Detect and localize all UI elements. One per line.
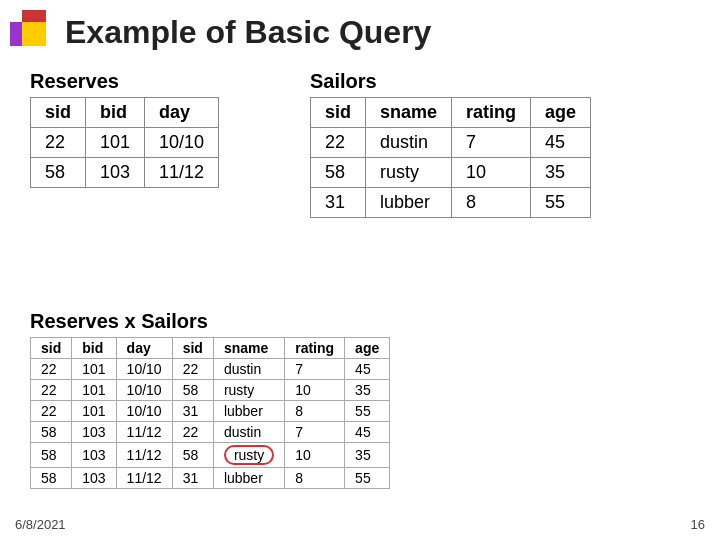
- sailors-col-sid: sid: [311, 98, 366, 128]
- reserves-col-sid: sid: [31, 98, 86, 128]
- sailors-col-sname: sname: [366, 98, 452, 128]
- footer-date: 6/8/2021: [15, 517, 66, 532]
- footer-page: 16: [691, 517, 705, 532]
- sailors-col-age: age: [531, 98, 591, 128]
- cross-label: Reserves x Sailors: [30, 310, 390, 333]
- cross-col-bid: bid: [72, 338, 116, 359]
- reserves-section: Reserves sid bid day 2210110/105810311/1…: [30, 70, 219, 188]
- reserves-col-bid: bid: [86, 98, 145, 128]
- cross-section: Reserves x Sailors sid bid day sid sname…: [30, 310, 390, 489]
- cross-col-rating: rating: [285, 338, 345, 359]
- cross-col-sid2: sid: [172, 338, 213, 359]
- reserves-header-row: sid bid day: [31, 98, 219, 128]
- cross-col-age: age: [345, 338, 390, 359]
- cross-col-day: day: [116, 338, 172, 359]
- reserves-table: sid bid day 2210110/105810311/12: [30, 97, 219, 188]
- reserves-label: Reserves: [30, 70, 219, 93]
- table-row: 2210110/1022dustin745: [31, 359, 390, 380]
- table-row: 31lubber855: [311, 188, 591, 218]
- table-row: 22dustin745: [311, 128, 591, 158]
- logo: [10, 10, 58, 58]
- table-row: 2210110/1058rusty1035: [31, 380, 390, 401]
- sailors-table: sid sname rating age 22dustin74558rusty1…: [310, 97, 591, 218]
- table-row: 5810311/1231lubber855: [31, 468, 390, 489]
- cross-table: sid bid day sid sname rating age 2210110…: [30, 337, 390, 489]
- sailors-section: Sailors sid sname rating age 22dustin745…: [310, 70, 591, 218]
- reserves-col-day: day: [145, 98, 219, 128]
- table-row: 58rusty1035: [311, 158, 591, 188]
- sailors-col-rating: rating: [452, 98, 531, 128]
- table-row: 5810311/1258rusty1035: [31, 443, 390, 468]
- cross-col-sname: sname: [213, 338, 284, 359]
- sailors-label: Sailors: [310, 70, 591, 93]
- cross-col-sid1: sid: [31, 338, 72, 359]
- page-title: Example of Basic Query: [65, 14, 431, 51]
- table-row: 5810311/12: [31, 158, 219, 188]
- table-row: 2210110/10: [31, 128, 219, 158]
- table-row: 5810311/1222dustin745: [31, 422, 390, 443]
- table-row: 2210110/1031lubber855: [31, 401, 390, 422]
- cross-header-row: sid bid day sid sname rating age: [31, 338, 390, 359]
- sailors-header-row: sid sname rating age: [311, 98, 591, 128]
